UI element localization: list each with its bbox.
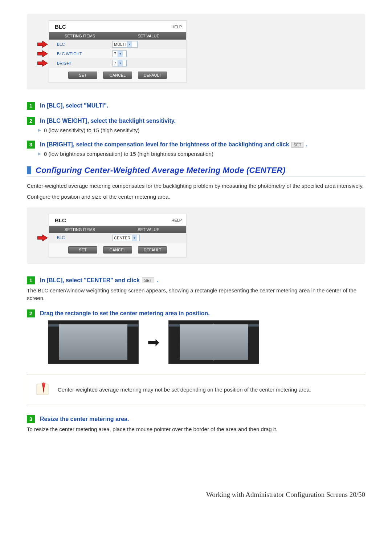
cancel-button[interactable]: CANCEL bbox=[103, 72, 132, 79]
inline-set-button[interactable]: SET bbox=[291, 142, 303, 148]
triangle-bullet-icon: ▶ bbox=[38, 127, 41, 133]
setting-label: BLC bbox=[49, 235, 111, 240]
step-text-a: In [BLC], select "CENTER" and click bbox=[40, 277, 141, 283]
setting-label: BRIGHT bbox=[49, 61, 111, 65]
select-value: 7 bbox=[114, 61, 116, 65]
step-text-a: In [BRIGHT], select the compensation lev… bbox=[40, 141, 291, 147]
step-note: ▶ 0 (low sensitivity) to 15 (high sensit… bbox=[38, 127, 365, 133]
svg-marker-4 bbox=[212, 324, 216, 328]
blc-center-panel-wrap: BLC HELP SETTING ITEMS SET VALUE BLC CEN… bbox=[27, 207, 365, 264]
svg-marker-1 bbox=[37, 50, 48, 57]
help-link[interactable]: HELP bbox=[171, 25, 182, 29]
page-footer: Working with Administrator Configuration… bbox=[0, 447, 392, 507]
step-2: 2 In [BLC WEIGHT], select the backlight … bbox=[27, 117, 365, 125]
pin-note-icon bbox=[34, 381, 50, 398]
panel-header-row: SETTING ITEMS SET VALUE bbox=[49, 32, 186, 40]
setting-label: BLC bbox=[49, 42, 111, 46]
blc-center-panel: BLC HELP SETTING ITEMS SET VALUE BLC CEN… bbox=[49, 214, 187, 258]
step-heading: In [BLC WEIGHT], select the backlight se… bbox=[40, 117, 176, 124]
col-set-value: SET VALUE bbox=[111, 227, 186, 232]
red-arrow-icon bbox=[37, 41, 48, 49]
note-box: Center-weighted average metering may not… bbox=[27, 374, 365, 405]
svg-marker-2 bbox=[37, 60, 48, 66]
step-2b: 2 Drag the rectangle to set the center m… bbox=[27, 309, 365, 317]
scene-before bbox=[48, 320, 139, 364]
red-arrow-icon bbox=[37, 60, 48, 68]
select-value: 7 bbox=[114, 52, 116, 56]
col-setting-items: SETTING ITEMS bbox=[49, 34, 111, 38]
step-3b: 3 Resize the center metering area. bbox=[27, 415, 365, 423]
metering-rect[interactable] bbox=[81, 335, 107, 352]
note-text: Center-weighted average metering may not… bbox=[58, 386, 311, 394]
svg-marker-0 bbox=[37, 41, 48, 48]
svg-marker-8 bbox=[191, 341, 195, 345]
section-paragraph: Center-weighted average metering compens… bbox=[27, 182, 365, 190]
note-text: 0 (low brightness compensation) to 15 (h… bbox=[44, 151, 213, 157]
step-note: ▶ 0 (low brightness compensation) to 15 … bbox=[38, 151, 365, 157]
default-button[interactable]: DEFAULT bbox=[138, 72, 167, 79]
metering-rect[interactable] bbox=[201, 335, 228, 352]
step-heading: In [BLC], select "MULTI". bbox=[40, 102, 108, 109]
move-arrows-icon bbox=[169, 321, 259, 364]
step-number-badge: 3 bbox=[27, 141, 35, 149]
step-3: 3 In [BRIGHT], select the compensation l… bbox=[27, 141, 365, 149]
step-paragraph: The BLC center/window weighting setting … bbox=[27, 287, 365, 303]
chevron-down-icon: ▾ bbox=[127, 41, 132, 47]
step-1b: 1 In [BLC], select "CENTER" and click SE… bbox=[27, 276, 365, 284]
panel-header-row: SETTING ITEMS SET VALUE bbox=[49, 226, 186, 233]
step-heading: In [BRIGHT], select the compensation lev… bbox=[40, 141, 307, 148]
chevron-down-icon: ▾ bbox=[132, 235, 137, 241]
col-setting-items: SETTING ITEMS bbox=[49, 227, 111, 232]
setting-label: BLC WEIGHT bbox=[49, 52, 111, 56]
step-number-badge: 1 bbox=[27, 102, 35, 110]
chevron-down-icon: ▾ bbox=[118, 60, 123, 66]
col-set-value: SET VALUE bbox=[111, 34, 186, 38]
blc-weight-select[interactable]: 7 ▾ bbox=[112, 50, 127, 57]
blc-multi-panel: BLC HELP SETTING ITEMS SET VALUE BLC MUL… bbox=[49, 20, 187, 83]
svg-marker-10 bbox=[233, 341, 237, 345]
step-number-badge: 2 bbox=[27, 117, 35, 125]
inline-set-button[interactable]: SET bbox=[142, 278, 154, 283]
step-paragraph: To resize the center metering area, plac… bbox=[27, 425, 365, 433]
step-text-b: . bbox=[156, 277, 158, 283]
step-1: 1 In [BLC], select "MULTI". bbox=[27, 102, 365, 110]
select-value: CENTER bbox=[114, 236, 130, 240]
section-title: Configuring Center-Weighted Average Mete… bbox=[36, 166, 285, 175]
svg-marker-6 bbox=[212, 356, 216, 361]
step-number-badge: 2 bbox=[27, 309, 35, 317]
panel-title: BLC bbox=[53, 24, 66, 30]
svg-point-15 bbox=[42, 382, 45, 385]
set-button[interactable]: SET bbox=[68, 246, 97, 254]
panel-title: BLC bbox=[53, 217, 66, 223]
blc-select[interactable]: MULTI ▾ bbox=[112, 41, 138, 48]
set-button[interactable]: SET bbox=[68, 72, 97, 79]
section-heading: Configuring Center-Weighted Average Mete… bbox=[27, 166, 365, 177]
blue-bar-icon bbox=[27, 166, 31, 174]
step-text-b: . bbox=[306, 141, 307, 147]
help-link[interactable]: HELP bbox=[171, 218, 182, 222]
step-heading: In [BLC], select "CENTER" and click SET … bbox=[40, 276, 158, 284]
step-heading: Drag the rectangle to set the center met… bbox=[40, 309, 210, 317]
cancel-button[interactable]: CANCEL bbox=[103, 246, 132, 254]
red-arrow-icon bbox=[37, 50, 48, 58]
bright-select[interactable]: 7 ▾ bbox=[112, 60, 127, 66]
chevron-down-icon: ▾ bbox=[118, 51, 123, 57]
triangle-bullet-icon: ▶ bbox=[38, 151, 41, 157]
red-arrow-icon bbox=[37, 234, 48, 243]
default-button[interactable]: DEFAULT bbox=[138, 246, 167, 254]
note-text: 0 (low sensitivity) to 15 (high sensitiv… bbox=[44, 127, 139, 133]
svg-marker-3 bbox=[37, 235, 48, 241]
scene-after bbox=[168, 320, 259, 364]
step-number-badge: 3 bbox=[27, 415, 35, 423]
blc-multi-panel-wrap: BLC HELP SETTING ITEMS SET VALUE BLC MUL… bbox=[27, 14, 365, 89]
step-heading: Resize the center metering area. bbox=[40, 415, 129, 422]
section-paragraph: Configure the position and size of the c… bbox=[27, 193, 365, 201]
right-arrow-icon: ➡ bbox=[147, 334, 160, 351]
blc-select[interactable]: CENTER ▾ bbox=[112, 235, 140, 241]
step-number-badge: 1 bbox=[27, 276, 35, 284]
select-value: MULTI bbox=[114, 42, 126, 46]
center-metering-illustration: ➡ bbox=[48, 320, 365, 364]
